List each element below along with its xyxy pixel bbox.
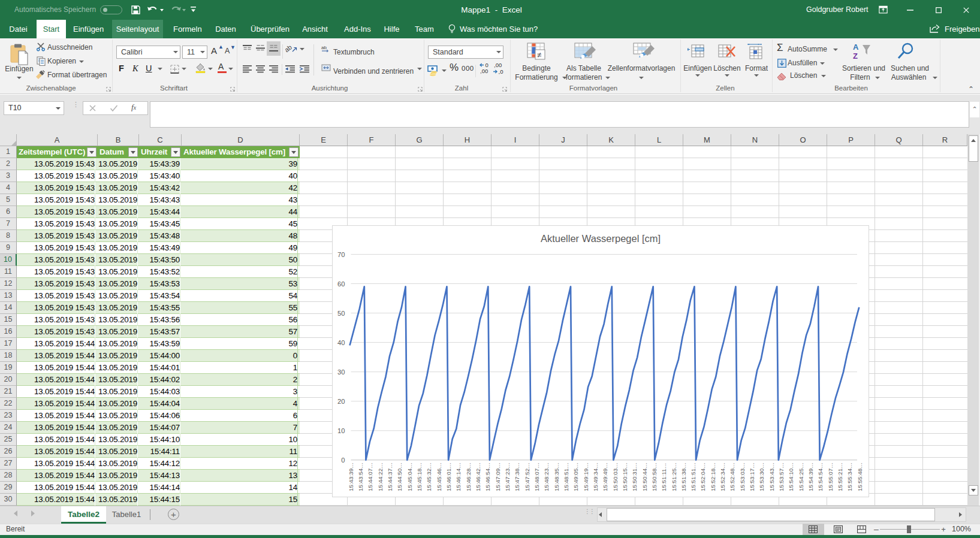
svg-text:15:44:37…: 15:44:37… [387,463,393,491]
svg-text:15:49:05…: 15:49:05… [572,463,579,491]
svg-text:≠: ≠ [537,50,541,59]
svg-text:15:45:18…: 15:45:18… [416,463,423,491]
svg-text:15:43:54…: 15:43:54… [357,463,364,491]
svg-text:15:47:09…: 15:47:09… [494,463,501,491]
svg-text:50: 50 [337,310,345,317]
svg-text:15:54:25…: 15:54:25… [798,463,804,491]
svg-text:0: 0 [341,457,345,464]
svg-text:15:49:49…: 15:49:49… [602,463,608,491]
svg-text:15:48:35…: 15:48:35… [553,463,560,491]
svg-text:15:53:17…: 15:53:17… [749,463,755,491]
svg-text:15:50:58…: 15:50:58… [651,463,658,491]
svg-text:15:48:07…: 15:48:07… [533,463,540,491]
svg-text:15:48:51…: 15:48:51… [563,463,569,491]
svg-text:15:52:48…: 15:52:48… [729,463,735,491]
svg-text:15:50:31…: 15:50:31… [631,463,638,491]
svg-text:60: 60 [337,280,345,288]
svg-text:40: 40 [337,339,345,346]
svg-text:15:46:42…: 15:46:42… [475,463,481,491]
svg-text:15:51:51…: 15:51:51… [690,463,696,491]
svg-text:15:44:07…: 15:44:07… [367,463,373,491]
svg-text:15:54:10…: 15:54:10… [788,463,794,491]
svg-text:15:48:23…: 15:48:23… [543,463,550,491]
svg-text:30: 30 [337,368,345,376]
svg-text:ab: ab [285,43,293,53]
svg-text:15:50:03…: 15:50:03… [612,463,619,491]
svg-text:10: 10 [337,427,345,434]
svg-text:Aktueller Wasserpegel [cm]: Aktueller Wasserpegel [cm] [541,233,661,244]
svg-text:15:53:43…: 15:53:43… [768,463,775,491]
svg-text:15:49:34…: 15:49:34… [592,463,599,491]
svg-text:15:54:39…: 15:54:39… [807,463,814,491]
svg-text:15:51:38…: 15:51:38… [680,463,687,491]
svg-text:A: A [853,43,859,52]
svg-text:15:49:19…: 15:49:19… [583,463,589,491]
svg-text:,00: ,00 [480,68,488,74]
svg-text:15:50:44…: 15:50:44… [641,463,648,491]
svg-text:15:53:03…: 15:53:03… [739,463,746,491]
svg-text:15:52:18…: 15:52:18… [710,463,716,491]
svg-text:15:44:50…: 15:44:50… [396,463,403,491]
svg-text:15:45:04…: 15:45:04… [406,463,413,491]
svg-text:15:55:07…: 15:55:07… [827,463,834,491]
svg-text:15:46:01…: 15:46:01… [445,463,452,491]
svg-text:15:46:54…: 15:46:54… [484,463,491,491]
svg-text:15:46:14…: 15:46:14… [455,463,462,491]
svg-text:Z: Z [853,52,858,61]
svg-text:15:54:54…: 15:54:54… [817,463,824,491]
svg-text:15:53:30…: 15:53:30… [758,463,765,491]
svg-text:15:52:04…: 15:52:04… [699,463,706,491]
svg-text:15:45:32…: 15:45:32… [426,463,432,491]
svg-text:15:55:48…: 15:55:48… [857,463,863,491]
svg-text:70: 70 [337,251,345,258]
svg-text:15:55:34…: 15:55:34… [846,463,853,491]
svg-text:ab: ab [321,45,327,50]
svg-text:15:47:23…: 15:47:23… [504,463,511,491]
svg-text:15:51:25…: 15:51:25… [671,463,677,491]
svg-text:15:51:11…: 15:51:11… [661,463,667,491]
svg-text:,0: ,0 [499,68,503,74]
svg-text:15:46:28…: 15:46:28… [465,463,472,491]
svg-text:15:52:34…: 15:52:34… [719,463,726,491]
svg-text:15:55:21…: 15:55:21… [837,463,843,491]
svg-text:15:53:57…: 15:53:57… [778,463,785,491]
svg-text:,00: ,00 [494,62,502,68]
svg-text:15:43:39…: 15:43:39… [348,463,354,491]
svg-text:20: 20 [337,398,345,405]
svg-text:15:47:52…: 15:47:52… [524,463,530,491]
svg-text:15:44:22…: 15:44:22… [377,463,384,491]
svg-text:15:45:46…: 15:45:46… [436,463,442,491]
svg-text:15:47:38…: 15:47:38… [514,463,520,491]
svg-text:15:50:15…: 15:50:15… [622,463,628,491]
